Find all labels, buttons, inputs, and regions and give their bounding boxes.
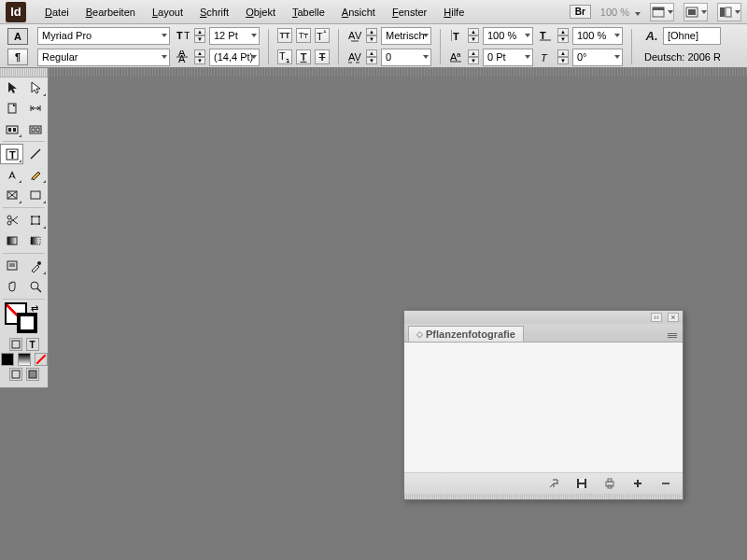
type-tool[interactable]: T	[0, 144, 23, 164]
paragraph-mode-toggle[interactable]: ¶	[7, 49, 28, 65]
panel-titlebar[interactable]: ‹‹ ×	[404, 311, 683, 324]
strikethrough-button[interactable]: T	[315, 49, 330, 64]
tools-panel-grip[interactable]	[0, 68, 48, 77]
gradient-feather-tool[interactable]	[24, 231, 48, 251]
gap-icon	[29, 102, 42, 115]
menu-edit[interactable]: Bearbeiten	[78, 3, 143, 21]
panel-save-icon[interactable]	[574, 477, 589, 490]
normal-view-button[interactable]	[9, 368, 22, 381]
type-icon: T	[6, 147, 19, 161]
font-style-combo[interactable]: Regular	[37, 49, 170, 66]
gradient-swatch-icon	[6, 234, 19, 247]
preview-mode-button[interactable]	[26, 368, 39, 381]
free-transform-tool[interactable]	[24, 210, 48, 231]
rectangle-frame-tool[interactable]	[0, 185, 23, 205]
apply-none-button[interactable]	[35, 353, 48, 366]
kerning-combo[interactable]: Metrisch	[381, 27, 431, 45]
workspace-switcher-button[interactable]	[717, 3, 741, 21]
floating-panel[interactable]: ‹‹ × ◇Pflanzenfotografie	[403, 310, 684, 500]
font-family-combo[interactable]: Myriad Pro	[37, 27, 170, 45]
skew-spinner[interactable]: ▲▼	[557, 49, 569, 64]
leading-combo[interactable]: (14,4 Pt)	[209, 49, 260, 66]
menu-type[interactable]: Schrift	[192, 3, 236, 21]
eyedropper-tool[interactable]	[24, 256, 48, 276]
character-mode-toggle[interactable]: A	[7, 28, 28, 45]
vscale-combo[interactable]: 100 %	[483, 27, 533, 45]
panel-tab[interactable]: ◇Pflanzenfotografie	[408, 326, 524, 342]
hscale-spinner[interactable]: ▲▼	[557, 28, 569, 43]
underline-button[interactable]: T	[296, 49, 311, 64]
note-tool[interactable]	[0, 256, 23, 276]
gap-tool[interactable]	[24, 98, 48, 119]
page-tool[interactable]	[0, 98, 23, 119]
formatting-text-button[interactable]: T	[26, 338, 39, 351]
arrange-documents-button[interactable]	[684, 3, 708, 21]
tracking-spinner[interactable]: ▲▼	[366, 49, 377, 64]
apply-gradient-button[interactable]	[18, 353, 31, 366]
direct-selection-tool[interactable]	[24, 77, 48, 98]
menu-object[interactable]: Objekt	[238, 3, 283, 21]
screen-mode-icon	[652, 7, 665, 18]
menu-help[interactable]: Hilfe	[436, 3, 472, 21]
document-canvas[interactable]: ‹‹ × ◇Pflanzenfotografie	[49, 67, 747, 560]
swap-fill-stroke-icon[interactable]: ⇄	[31, 303, 38, 314]
pen-tool[interactable]	[0, 164, 23, 185]
language-readout[interactable]: Deutsch: 2006 R	[644, 51, 721, 63]
svg-text:Aª: Aª	[450, 51, 461, 63]
superscript-button[interactable]: T¹	[315, 28, 330, 43]
zoom-level-readout[interactable]: 100 %	[600, 7, 641, 18]
stroke-swatch[interactable]	[17, 313, 37, 333]
rectangle-tool[interactable]	[24, 185, 48, 205]
skew-combo[interactable]: 0°	[572, 49, 623, 66]
font-size-combo[interactable]: 12 Pt	[209, 27, 260, 45]
scissors-icon	[6, 214, 19, 227]
content-collector-tool[interactable]	[0, 119, 23, 139]
panel-body[interactable]	[404, 343, 683, 473]
vscale-icon: T	[449, 28, 464, 43]
svg-text:T: T	[279, 51, 286, 62]
white-arrow-icon	[29, 81, 42, 94]
line-tool[interactable]	[24, 144, 48, 164]
hand-tool[interactable]	[0, 276, 23, 297]
formatting-container-button[interactable]	[9, 338, 22, 351]
kerning-spinner[interactable]: ▲▼	[366, 28, 377, 43]
leading-spinner[interactable]: ▲▼	[194, 49, 205, 64]
hscale-combo[interactable]: 100 %	[572, 27, 623, 45]
tracking-combo[interactable]: 0	[381, 49, 431, 66]
smallcaps-button[interactable]: Tᴛ	[296, 28, 311, 43]
pencil-tool[interactable]	[24, 164, 48, 185]
menu-window[interactable]: Fenster	[385, 3, 434, 21]
vscale-spinner[interactable]: ▲▼	[468, 28, 479, 43]
svg-rect-66	[579, 479, 585, 483]
canvas-grip	[49, 67, 747, 77]
panel-collapse-button[interactable]: ‹‹	[651, 313, 662, 322]
apply-color-button[interactable]	[1, 353, 14, 366]
svg-text:T: T	[9, 149, 16, 161]
menu-layout[interactable]: Layout	[145, 3, 190, 21]
font-size-spinner[interactable]: ▲▼	[194, 28, 205, 43]
allcaps-button[interactable]: TT	[277, 28, 292, 43]
baseline-spinner[interactable]: ▲▼	[468, 49, 479, 64]
character-style-combo[interactable]: [Ohne]	[663, 27, 721, 45]
panel-resize-grip[interactable]	[404, 494, 683, 499]
fill-stroke-swatches[interactable]: ⇄	[4, 303, 44, 335]
panel-new-icon[interactable]	[630, 477, 645, 490]
baseline-combo[interactable]: 0 Pt	[483, 49, 533, 66]
selection-tool[interactable]	[0, 77, 23, 98]
panel-expand-icon[interactable]	[546, 477, 561, 490]
subscript-button[interactable]: T₁	[277, 49, 292, 64]
panel-close-button[interactable]: ×	[668, 313, 679, 322]
gradient-swatch-tool[interactable]	[0, 231, 23, 251]
panel-flyout-menu-button[interactable]	[664, 329, 679, 342]
menu-view[interactable]: Ansicht	[334, 3, 383, 21]
bridge-button[interactable]: Br	[570, 5, 591, 19]
note-icon	[6, 259, 19, 273]
panel-delete-icon[interactable]	[658, 477, 673, 490]
menu-file[interactable]: Datei	[37, 3, 77, 21]
scissors-tool[interactable]	[0, 210, 23, 231]
zoom-tool[interactable]	[24, 276, 48, 297]
panel-print-icon[interactable]	[602, 477, 617, 490]
content-placer-tool[interactable]	[24, 119, 48, 139]
screen-mode-button[interactable]	[650, 3, 674, 21]
menu-table[interactable]: Tabelle	[285, 3, 332, 21]
